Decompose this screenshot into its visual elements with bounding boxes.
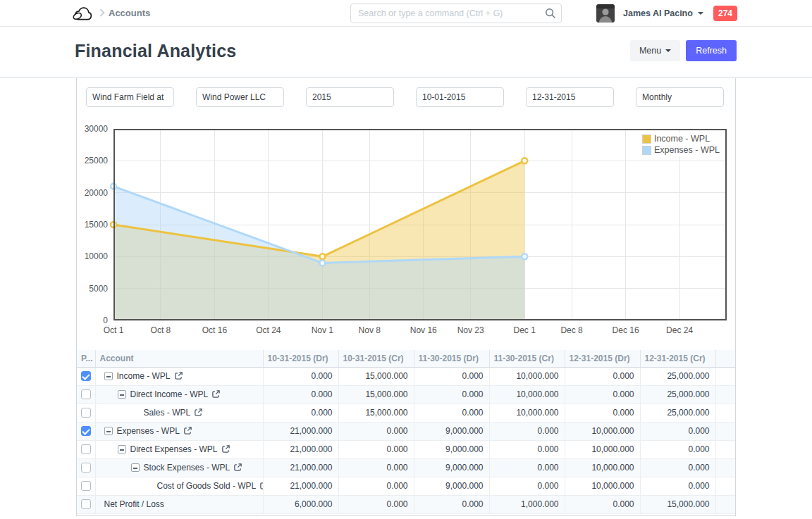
- plot-checkbox-cell: [77, 458, 95, 477]
- user-name: James Al Pacino: [623, 8, 693, 18]
- fiscal-year-filter[interactable]: [306, 87, 394, 107]
- y-axis-label: 30000: [77, 124, 108, 134]
- value-cell: 15,000.000: [338, 404, 414, 422]
- value-cell: 10,000.000: [489, 404, 565, 422]
- value-cell: 21,000.000: [263, 477, 338, 495]
- collapse-icon[interactable]: [104, 372, 113, 380]
- value-cell: 9,000.000: [414, 477, 489, 495]
- account-cell: Cost of Goods Sold - WPL: [95, 477, 263, 495]
- value-cell: 21,000.000: [263, 422, 338, 440]
- legend-swatch-icon: [642, 135, 651, 144]
- account-filter[interactable]: [86, 87, 174, 107]
- value-cell: 15,000.000: [640, 495, 715, 513]
- table-row: Direct Income - WPL0.00015,000.0000.0001…: [77, 385, 735, 404]
- value-cell: 0.000: [489, 440, 565, 458]
- collapse-icon[interactable]: [118, 445, 126, 454]
- account-cell: Sales - WPL: [95, 404, 263, 422]
- open-link-icon[interactable]: [211, 389, 221, 401]
- open-link-icon[interactable]: [194, 408, 203, 419]
- plot-checkbox-cell: [77, 422, 95, 440]
- filler-cell: [715, 440, 735, 458]
- company-filter[interactable]: [196, 87, 284, 107]
- table-row: Direct Expenses - WPL21,000.0000.0009,00…: [77, 440, 735, 458]
- open-link-icon[interactable]: [174, 371, 183, 382]
- open-link-icon[interactable]: [259, 481, 263, 492]
- plot-checkbox[interactable]: [81, 499, 91, 509]
- search-input[interactable]: [350, 4, 562, 23]
- legend-label: Income - WPL: [654, 134, 710, 144]
- value-cell: 0.000: [338, 422, 414, 440]
- y-axis-label: 0: [77, 315, 108, 325]
- account-name: Sales - WPL: [144, 408, 191, 418]
- account-name: Income - WPL: [117, 371, 171, 381]
- frequency-filter[interactable]: [636, 87, 724, 107]
- app-logo-icon[interactable]: [70, 5, 95, 23]
- plot-checkbox[interactable]: [81, 481, 91, 491]
- table-row: Income - WPL0.00015,000.0000.00010,000.0…: [77, 367, 735, 385]
- open-link-icon[interactable]: [221, 444, 230, 456]
- search-icon[interactable]: [545, 8, 556, 22]
- value-cell: 25,000.000: [640, 385, 715, 404]
- data-point: [522, 254, 527, 259]
- x-axis-label: Oct 24: [256, 325, 281, 335]
- legend-label: Expenses - WPL: [654, 145, 720, 155]
- plot-checkbox[interactable]: [81, 371, 91, 381]
- x-axis-label: Dec 1: [513, 325, 535, 335]
- column-header[interactable]: 12-31-2015 (Dr): [565, 350, 640, 367]
- refresh-button[interactable]: Refresh: [686, 40, 737, 61]
- plot-checkbox[interactable]: [81, 389, 91, 399]
- y-axis-label: 10000: [77, 251, 108, 261]
- column-header[interactable]: 11-30-2015 (Cr): [489, 350, 565, 367]
- y-axis-label: 20000: [77, 188, 108, 198]
- page-head: Financial Analytics Menu Refresh: [0, 27, 812, 77]
- value-cell: 1,000.000: [489, 495, 565, 513]
- legend-item: Income - WPL: [642, 133, 720, 144]
- x-axis-label: Nov 8: [359, 325, 381, 335]
- plot-checkbox[interactable]: [81, 463, 91, 473]
- value-cell: 0.000: [640, 477, 715, 495]
- user-avatar: [596, 4, 615, 23]
- value-cell: 0.000: [565, 495, 640, 513]
- x-axis-label: Oct 8: [151, 325, 171, 335]
- y-axis-label: 5000: [77, 284, 108, 294]
- column-header[interactable]: 11-30-2015 (Dr): [414, 350, 489, 367]
- column-header[interactable]: Account: [95, 350, 263, 367]
- plot-checkbox[interactable]: [81, 444, 91, 454]
- collapse-icon[interactable]: [104, 427, 113, 435]
- value-cell: 0.000: [414, 495, 489, 513]
- open-link-icon[interactable]: [233, 463, 242, 474]
- account-cell: Direct Expenses - WPL: [95, 440, 263, 458]
- value-cell: 0.000: [489, 477, 565, 495]
- value-cell: 0.000: [489, 458, 565, 477]
- from-date-filter[interactable]: [416, 87, 504, 107]
- open-link-icon[interactable]: [183, 426, 192, 437]
- legend-swatch-icon: [642, 146, 651, 155]
- chart-svg: [113, 129, 727, 320]
- value-cell: 0.000: [338, 440, 414, 458]
- account-name: Direct Expenses - WPL: [130, 444, 218, 454]
- chart-legend: Income - WPLExpenses - WPL: [641, 132, 721, 156]
- value-cell: 0.000: [263, 385, 338, 404]
- table-row: Sales - WPL0.00015,000.0000.00010,000.00…: [77, 404, 735, 422]
- value-cell: 21,000.000: [263, 440, 338, 458]
- column-header[interactable]: 12-31-2015 (Cr): [640, 350, 715, 367]
- value-cell: 10,000.000: [565, 422, 640, 440]
- column-header[interactable]: 10-31-2015 (Dr): [263, 350, 338, 367]
- column-header[interactable]: 10-31-2015 (Cr): [338, 350, 414, 367]
- plot-checkbox[interactable]: [81, 408, 91, 418]
- to-date-filter[interactable]: [526, 87, 614, 107]
- menu-button[interactable]: Menu: [630, 40, 680, 61]
- column-header[interactable]: P...: [77, 350, 95, 367]
- plot-checkbox-cell: [77, 477, 95, 495]
- breadcrumb[interactable]: Accounts: [109, 8, 150, 18]
- x-axis-label: Nov 16: [410, 325, 437, 335]
- plot-checkbox[interactable]: [81, 426, 91, 436]
- collapse-icon[interactable]: [131, 463, 140, 472]
- collapse-icon[interactable]: [118, 390, 126, 399]
- x-axis-label: Nov 23: [457, 325, 484, 335]
- user-menu[interactable]: James Al Pacino: [596, 4, 703, 23]
- x-axis-label: Dec 8: [560, 325, 582, 335]
- value-cell: 21,000.000: [263, 458, 338, 477]
- x-axis-label: Dec 16: [613, 325, 639, 335]
- notification-count-badge[interactable]: 274: [713, 6, 737, 21]
